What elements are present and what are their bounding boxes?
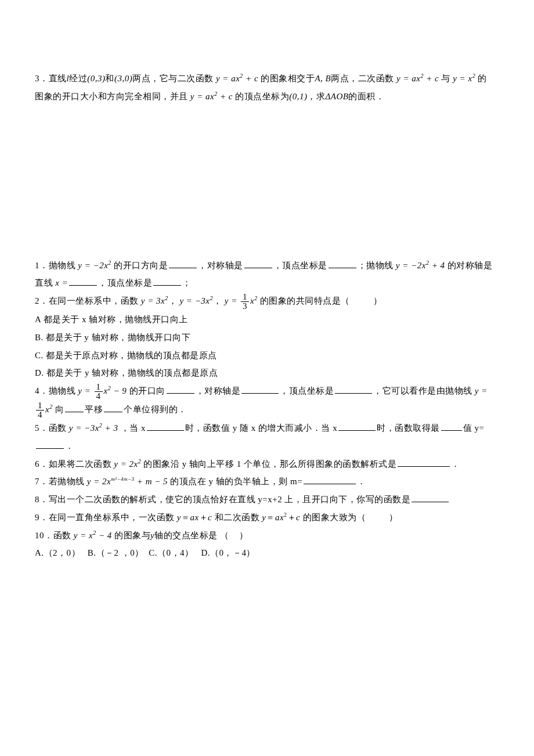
blank[interactable] xyxy=(304,475,356,484)
eq: y = ax2 + c xyxy=(216,74,258,83)
q7-num: 7． xyxy=(35,477,49,486)
blank[interactable] xyxy=(169,259,197,268)
q9-num: 9． xyxy=(35,513,49,522)
blank[interactable] xyxy=(244,259,272,268)
blank[interactable] xyxy=(104,403,122,412)
fraction: 13 xyxy=(241,293,249,311)
q3-num: 3． xyxy=(35,74,49,83)
q1-num: 1． xyxy=(35,261,49,270)
blank[interactable] xyxy=(153,276,181,286)
eq: y = ax2 + c xyxy=(190,92,233,101)
option-c[interactable]: C. 都是关于原点对称，抛物线的顶点都是原点 xyxy=(35,347,493,365)
option-c[interactable]: C.（0，4） xyxy=(149,548,193,557)
section-gap xyxy=(35,106,493,257)
q8-num: 8． xyxy=(35,495,49,504)
q6-num: 6． xyxy=(35,459,49,469)
blank[interactable] xyxy=(36,440,64,449)
blank[interactable] xyxy=(412,493,449,502)
question-4: 4．抛物线 y = 14x2 − 9 的开口向，对称轴是，顶点坐标是，它可以看作… xyxy=(35,382,493,419)
blank[interactable] xyxy=(335,384,372,394)
eq: y = x2 xyxy=(453,74,475,83)
fraction: 14 xyxy=(95,383,103,401)
question-7: 7．若抛物线 y = 2xm²−4m−3 + m − 5 的顶点在 y 轴的负半… xyxy=(35,473,493,491)
q10-num: 10． xyxy=(35,531,53,540)
question-8: 8．写出一个二次函数的解析式，使它的顶点恰好在直线 y=x+2 上，且开口向下，… xyxy=(35,491,493,509)
blank[interactable] xyxy=(69,276,97,286)
blank[interactable] xyxy=(329,259,356,268)
blank[interactable] xyxy=(147,422,184,431)
option-d[interactable]: D. 都是关于 y 轴对称，抛物线的顶点都是原点 xyxy=(35,364,493,382)
option-b[interactable]: B. 都是关于 y 轴对称，抛物线开口向下 xyxy=(35,329,493,347)
question-10: 10．函数 y = x2 − 4 的图象与y轴的交点坐标是 （） xyxy=(35,527,493,545)
blank[interactable] xyxy=(65,403,84,412)
option-a[interactable]: A 都是关于 x 轴对称，抛物线开口向上 xyxy=(35,311,493,329)
question-3: 3．直线l经过(0,3)和(3,0)两点，它与二次函数 y = ax2 + c … xyxy=(35,70,493,106)
question-6: 6．如果将二次函数 y = 2x2 的图象沿 y 轴向上平移 1 个单位，那么所… xyxy=(35,455,493,473)
option-b[interactable]: B.（－2 ，0） xyxy=(88,548,144,557)
blank[interactable] xyxy=(441,422,462,431)
blank[interactable] xyxy=(167,384,194,394)
eq: y = ax2 + c xyxy=(396,74,439,83)
option-d[interactable]: D.（0，－4） xyxy=(201,548,255,557)
q2-num: 2． xyxy=(35,296,49,305)
blank[interactable] xyxy=(241,384,279,394)
question-5: 5．函数 y = −3x2 + 3 ，当 x时，函数值 y 随 x 的增大而减小… xyxy=(35,419,493,455)
q4-num: 4． xyxy=(35,386,49,395)
blank[interactable] xyxy=(398,458,450,467)
q5-num: 5． xyxy=(35,423,49,433)
blank[interactable] xyxy=(338,422,376,431)
q10-options: A.（2，0） B.（－2 ，0） C.（0，4） D.（0，－4） xyxy=(35,544,493,562)
question-9: 9．在同一直角坐标系中，一次函数 y＝ax＋c 和二次函数 y＝ax2＋c 的图… xyxy=(35,509,493,527)
fraction: 14 xyxy=(36,401,44,419)
question-1: 1．抛物线 y = −2x2 的开口方向是，对称轴是，顶点坐标是；抛物线 y =… xyxy=(35,257,493,293)
option-a[interactable]: A.（2，0） xyxy=(35,548,80,557)
question-2: 2．在同一坐标系中，函数 y = 3x2， y = −3x2， y = 13x2… xyxy=(35,292,493,311)
